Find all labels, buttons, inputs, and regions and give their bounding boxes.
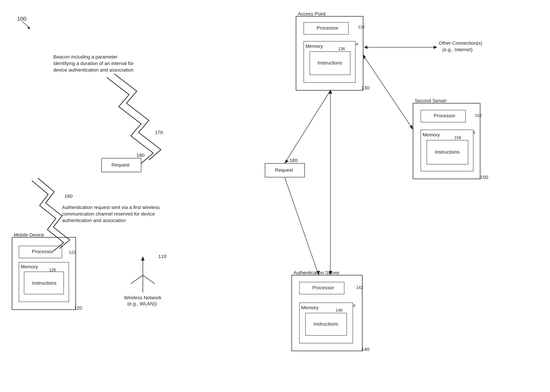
svg-text:160: 160 (64, 194, 73, 199)
svg-text:Instructions: Instructions (32, 280, 56, 286)
svg-text:Processor: Processor (312, 285, 334, 290)
svg-text:Instructions: Instructions (317, 60, 342, 65)
svg-text:identifying a duration of an i: identifying a duration of an interval fo… (53, 61, 134, 66)
svg-text:Processor: Processor (434, 113, 455, 118)
svg-text:Access Point: Access Point (298, 11, 326, 16)
svg-marker-52 (141, 256, 145, 261)
svg-text:Wireless Network: Wireless Network (124, 295, 162, 300)
svg-text:150: 150 (480, 175, 488, 180)
svg-marker-81 (364, 46, 367, 49)
svg-text:130: 130 (361, 85, 369, 91)
svg-marker-86 (284, 160, 289, 163)
svg-line-83 (285, 178, 318, 274)
svg-text:device authentication and asso: device authentication and association (53, 67, 133, 73)
svg-text:110: 110 (158, 254, 166, 259)
svg-text:180: 180 (289, 158, 297, 163)
svg-text:146: 146 (336, 308, 342, 313)
svg-text:(e.g., Internet): (e.g., Internet) (442, 47, 472, 52)
svg-line-54 (143, 275, 155, 284)
svg-text:Other Connection(s): Other Connection(s) (439, 40, 482, 46)
svg-text:126: 126 (49, 267, 56, 272)
svg-text:Request: Request (112, 162, 130, 168)
svg-text:170: 170 (155, 130, 163, 135)
svg-text:Memory: Memory (305, 43, 323, 49)
svg-text:122: 122 (69, 250, 76, 255)
svg-line-85 (285, 90, 331, 163)
svg-line-75 (363, 55, 413, 129)
svg-text:Authentication Server: Authentication Server (293, 270, 339, 275)
svg-line-53 (131, 275, 143, 284)
svg-line-1 (22, 21, 30, 28)
svg-text:(e.g., WLAN)): (e.g., WLAN)) (127, 301, 157, 306)
svg-text:100: 100 (17, 16, 26, 22)
svg-text:Second Server: Second Server (415, 98, 447, 103)
svg-text:Processor: Processor (32, 249, 54, 254)
svg-text:Memory: Memory (21, 264, 38, 269)
svg-text:Mobile Device: Mobile Device (14, 232, 44, 238)
svg-text:Instructions: Instructions (314, 321, 338, 327)
svg-text:140: 140 (361, 347, 369, 352)
svg-text:authentication and assocation: authentication and assocation (62, 218, 126, 223)
svg-text:communication channel reserved: communication channel reserved for devic… (62, 211, 155, 217)
svg-text:136: 136 (338, 46, 345, 51)
svg-text:Processor: Processor (317, 25, 338, 31)
svg-text:Instructions: Instructions (435, 149, 459, 155)
svg-marker-76 (409, 125, 413, 130)
svg-text:Authentication request sent vi: Authentication request sent via a first … (62, 205, 160, 210)
svg-text:142: 142 (356, 285, 363, 290)
svg-text:132: 132 (358, 25, 365, 29)
svg-text:120: 120 (74, 305, 82, 311)
svg-text:152: 152 (475, 113, 482, 118)
diagram-svg: 100 Mobile Device 122 Processor 124 Memo… (0, 0, 550, 392)
svg-text:Memory: Memory (301, 305, 318, 310)
svg-text:156: 156 (454, 135, 461, 140)
svg-text:Beacon including a parameter: Beacon including a parameter (53, 54, 117, 60)
svg-text:Request: Request (275, 167, 293, 173)
svg-text:Memory: Memory (423, 132, 440, 137)
svg-text:180: 180 (136, 153, 145, 158)
diagram: 100 Mobile Device 122 Processor 124 Memo… (0, 0, 550, 392)
svg-marker-82 (434, 46, 437, 49)
